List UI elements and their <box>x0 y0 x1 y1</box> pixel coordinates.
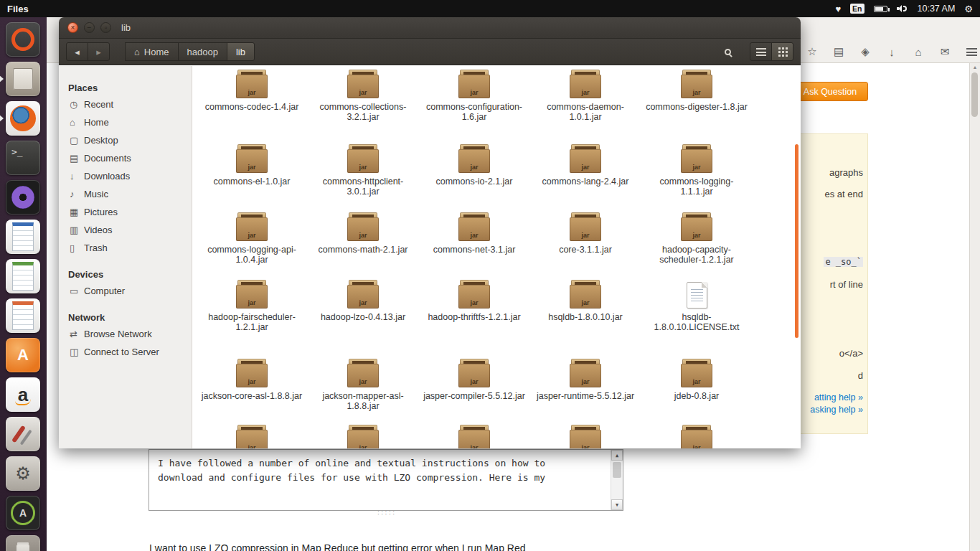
launcher-media-player[interactable] <box>6 180 40 215</box>
file-item[interactable]: jar <box>309 422 417 448</box>
close-button[interactable]: × <box>67 22 78 33</box>
file-item[interactable]: jar commons-configuration-1.6.jar <box>420 67 528 141</box>
sidebar-item-downloads[interactable]: ↓ Downloads <box>59 167 192 185</box>
list-view-button[interactable] <box>750 42 772 61</box>
app-menu-files[interactable]: Files <box>7 4 29 14</box>
launcher-software-center[interactable]: A <box>6 338 40 372</box>
file-item[interactable]: jar commons-collections-3.2.1.jar <box>309 67 417 141</box>
file-item[interactable]: jar hsqldb-1.8.0.10.LICENSE.txt <box>643 277 750 356</box>
file-item[interactable]: jar commons-el-1.0.jar <box>198 141 306 209</box>
file-item[interactable]: jar hadoop-fairscheduler-1.2.1.jar <box>198 277 306 356</box>
launcher-libreoffice-impress[interactable] <box>6 298 40 333</box>
file-item[interactable]: jar commons-digester-1.8.jar <box>643 67 750 141</box>
sidebar-item-icon: ◷ <box>70 99 84 110</box>
file-item[interactable]: jar jackson-core-asl-1.8.8.jar <box>198 356 306 422</box>
launcher-software-updater[interactable]: A <box>6 496 40 530</box>
messaging-icon[interactable]: ✉ <box>936 43 953 60</box>
launcher-trash[interactable] <box>6 535 40 551</box>
textarea-scrollbar-thumb[interactable] <box>613 462 621 478</box>
file-item[interactable]: jar commons-lang-2.4.jar <box>532 141 639 209</box>
launcher-firefox[interactable] <box>6 101 40 136</box>
file-item[interactable]: jar commons-httpclient-3.0.1.jar <box>309 141 417 209</box>
file-item[interactable]: jar hsqldb-1.8.0.10.jar <box>532 277 639 356</box>
file-item[interactable]: jar <box>643 422 750 448</box>
help-text-fragment[interactable]: asking help » <box>810 405 863 415</box>
scroll-up-button[interactable]: ▲ <box>611 450 623 461</box>
file-item[interactable]: jar jasper-runtime-5.5.12.jar <box>532 356 639 422</box>
sidebar-item-trash[interactable]: ▯ Trash <box>59 239 192 257</box>
scroll-down-button[interactable]: ▼ <box>611 499 623 510</box>
search-button[interactable] <box>717 42 738 61</box>
file-item[interactable]: jar hadoop-capacity-scheduler-1.2.1.jar <box>643 209 750 277</box>
sidebar-item-browse-network[interactable]: ⇄ Browse Network <box>59 325 192 343</box>
help-text-fragment[interactable]: atting help » <box>814 392 863 402</box>
file-item[interactable]: jar jasper-compiler-5.5.12.jar <box>420 356 528 422</box>
sidebar-item-videos[interactable]: ▥ Videos <box>59 221 192 239</box>
file-item[interactable]: jar jackson-mapper-asl-1.8.8.jar <box>309 356 417 422</box>
forward-button[interactable]: ▸ <box>88 42 110 61</box>
maximize-button[interactable]: ▫ <box>100 22 111 33</box>
reading-list-icon[interactable]: ▤ <box>830 43 847 60</box>
minimize-button[interactable]: − <box>84 22 95 33</box>
window-titlebar[interactable]: × − ▫ lib <box>59 17 801 39</box>
textarea-scrollbar[interactable]: ▲ ▼ <box>611 450 623 510</box>
menu-icon[interactable] <box>963 43 980 60</box>
file-item[interactable]: jar hadoop-thriftfs-1.2.1.jar <box>420 277 528 356</box>
file-label: commons-daemon-1.0.1.jar <box>533 102 638 123</box>
breadcrumb-hadoop[interactable]: hadoop <box>178 42 227 61</box>
file-item[interactable]: jar hadoop-lzo-0.4.13.jar <box>309 277 417 356</box>
bookmarks-icon[interactable]: ◈ <box>857 43 874 60</box>
session-gear-icon[interactable]: ⚙ <box>964 4 973 14</box>
file-item[interactable]: jar commons-logging-api-1.0.4.jar <box>198 209 306 277</box>
page-scrollbar-thumb[interactable] <box>971 72 978 117</box>
jar-file-icon: jar <box>570 430 601 448</box>
battery-icon[interactable] <box>874 6 887 12</box>
back-button[interactable]: ◂ <box>66 42 88 61</box>
downloads-icon[interactable]: ↓ <box>883 43 900 60</box>
sidebar-item-connect-to-server[interactable]: ◫ Connect to Server <box>59 343 192 361</box>
file-item[interactable]: jar commons-net-3.1.jar <box>420 209 528 277</box>
file-item[interactable]: jar <box>420 422 528 448</box>
file-item[interactable]: jar commons-io-2.1.jar <box>420 141 528 209</box>
question-body-textarea[interactable]: I have followed a number of online and t… <box>149 449 623 511</box>
scroll-up-arrow-icon[interactable]: ▲ <box>970 65 980 70</box>
launcher-dash-home[interactable] <box>6 22 40 57</box>
launcher-amazon[interactable]: a <box>6 377 40 412</box>
breadcrumb-home[interactable]: ⌂ Home <box>125 42 179 61</box>
breadcrumb-lib[interactable]: lib <box>227 42 255 61</box>
file-item[interactable]: jar commons-logging-1.1.1.jar <box>643 141 750 209</box>
launcher-tweak-tool[interactable] <box>6 417 40 451</box>
window-title: lib <box>121 22 131 33</box>
sync-indicator-icon[interactable]: ♥ <box>835 4 841 14</box>
launcher-system-settings[interactable]: ⚙ <box>6 456 40 491</box>
sidebar-item-recent[interactable]: ◷ Recent <box>59 95 192 113</box>
textarea-resize-grip[interactable]: ····· ····· <box>376 510 397 516</box>
grid-view-button[interactable] <box>771 42 793 61</box>
file-item[interactable]: jar core-3.1.1.jar <box>532 209 639 277</box>
launcher-terminal[interactable]: >_ <box>6 141 40 175</box>
sidebar-item-music[interactable]: ♪ Music <box>59 185 192 203</box>
launcher-libreoffice-calc[interactable] <box>6 259 40 293</box>
sidebar-item-desktop[interactable]: ▢ Desktop <box>59 131 192 149</box>
file-item[interactable]: jar <box>532 422 639 448</box>
file-label: commons-collections-3.2.1.jar <box>311 102 415 123</box>
clock[interactable]: 10:37 AM <box>918 4 956 14</box>
ask-question-button[interactable]: Ask Question <box>792 82 868 101</box>
launcher-libreoffice-writer[interactable] <box>6 220 40 254</box>
sidebar-item-computer[interactable]: ▭ Computer <box>59 282 192 300</box>
file-item[interactable]: jar commons-codec-1.4.jar <box>198 67 306 141</box>
file-item[interactable]: jar jdeb-0.8.jar <box>643 356 750 422</box>
bookmark-star-icon[interactable]: ☆ <box>804 43 821 60</box>
sound-icon[interactable] <box>897 4 908 13</box>
file-item[interactable]: jar <box>198 422 306 448</box>
file-item[interactable]: jar commons-daemon-1.0.1.jar <box>532 67 639 141</box>
sidebar-item-home[interactable]: ⌂ Home <box>59 113 192 131</box>
launcher-files[interactable] <box>6 62 40 96</box>
page-scrollbar[interactable]: ▲ <box>969 63 980 551</box>
sidebar-item-pictures[interactable]: ▦ Pictures <box>59 203 192 221</box>
keyboard-layout-indicator[interactable]: En <box>850 4 864 14</box>
file-item[interactable]: jar commons-math-2.1.jar <box>309 209 417 277</box>
sidebar-item-documents[interactable]: ▤ Documents <box>59 149 192 167</box>
home-icon[interactable]: ⌂ <box>910 43 927 60</box>
overlay-scrollbar[interactable] <box>795 144 798 338</box>
